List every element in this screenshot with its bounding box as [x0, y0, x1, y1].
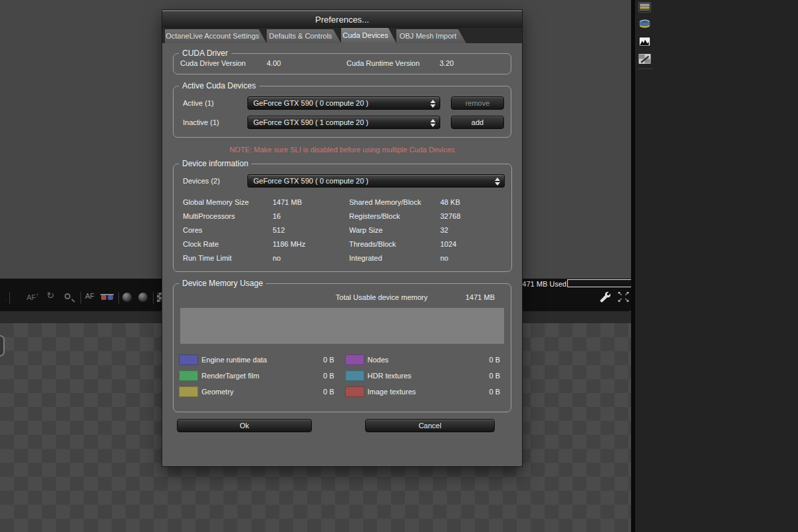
ok-button[interactable]: Ok [177, 419, 312, 432]
wrench-icon[interactable] [598, 291, 610, 303]
engine-runtime-swatch [179, 354, 198, 365]
memory-legend: Engine runtime data 0 B RenderTarget fil… [174, 344, 511, 412]
devices-label: Devices (2) [183, 177, 247, 185]
stat-value: no [440, 254, 511, 262]
stat-label: Run Time Limit [183, 254, 273, 262]
inactive-device-select[interactable]: GeForce GTX 590 ( 1 compute 20 ) [247, 116, 440, 129]
stat-value: no [273, 254, 349, 262]
stat-label: Integrated [349, 254, 440, 262]
cuda-driver-section: CUDA Driver Cuda Driver Version 4.00 Cud… [173, 49, 511, 74]
stat-value: 1186 MHz [273, 240, 349, 248]
legend-item: Engine runtime data 0 B [179, 354, 334, 365]
runtime-version-value: 3.20 [440, 59, 511, 67]
memory-usage-bar [180, 308, 504, 344]
panel-edge [631, 0, 635, 532]
sli-note: NOTE: Make sure SLI is disabled before u… [173, 146, 511, 154]
af-point-icon[interactable]: AF↑ [27, 292, 39, 301]
device-information-section: Device information Devices (2) GeForce G… [173, 159, 512, 272]
runtime-version-label: Cuda Runtime Version [346, 59, 440, 67]
stat-value: 512 [273, 226, 349, 234]
device-information-legend: Device information [179, 159, 251, 168]
stat-value: 1471 MB [273, 198, 349, 206]
stat-label: Shared Memory/Block [349, 198, 440, 206]
legend-item: RenderTarget film 0 B [179, 370, 334, 381]
cancel-button[interactable]: Cancel [365, 419, 495, 432]
tabstrip: OctaneLive Account Settings Defaults & C… [162, 28, 522, 43]
database-icon[interactable] [638, 18, 651, 31]
remove-button[interactable]: remove [451, 96, 504, 110]
stat-label: Warp Size [349, 226, 440, 234]
preferences-dialog: Preferences... OctaneLive Account Settin… [162, 9, 523, 467]
active-device-select[interactable]: GeForce GTX 590 ( 0 compute 20 ) [247, 96, 440, 110]
driver-version-label: Cuda Driver Version [180, 59, 267, 67]
device-stats: Global Memory Size 1471 MB Shared Memory… [174, 188, 511, 271]
dot-icon: . [5, 295, 6, 301]
memory-progress-bar [567, 279, 634, 287]
total-usable-label: Total Usable device memory [336, 293, 428, 301]
stat-label: Global Memory Size [183, 198, 273, 206]
stat-label: MultiProcessors [183, 212, 273, 220]
stat-value: 16 [273, 212, 349, 220]
image-textures-swatch [345, 386, 364, 397]
right-sidebar [635, 0, 798, 532]
spinner-arrows-icon [430, 100, 436, 108]
stat-value: 32 [440, 226, 511, 234]
stat-label: Threads/Block [349, 240, 440, 248]
hdr-textures-swatch [345, 370, 364, 381]
framebuffer-icon[interactable] [638, 1, 651, 14]
tab-octanelive-account-settings[interactable]: OctaneLive Account Settings [165, 29, 267, 43]
stereo-glasses-icon[interactable] [100, 294, 114, 301]
tab-cuda-devices[interactable]: Cuda Devices [341, 28, 396, 43]
dialog-body: CUDA Driver Cuda Driver Version 4.00 Cud… [162, 43, 522, 432]
geometry-swatch [179, 386, 198, 397]
device-memory-usage-section: Device Memory Usage Total Usable device … [173, 279, 511, 412]
spinner-arrows-icon [430, 119, 436, 127]
image-alpha-icon[interactable] [638, 53, 651, 65]
tab-defaults-controls[interactable]: Defaults & Controls [267, 29, 341, 43]
add-button[interactable]: add [451, 116, 504, 129]
memory-status-text: /1471 MB Used [516, 280, 567, 288]
stat-label: Cores [183, 226, 273, 234]
stat-value: 32768 [440, 212, 511, 220]
cuda-driver-legend: CUDA Driver [179, 49, 231, 58]
total-usable-value: 1471 MB [466, 293, 495, 301]
orb-icon[interactable] [122, 293, 132, 302]
nodes-swatch [345, 354, 364, 365]
legend-item: Image textures 0 B [345, 386, 501, 397]
stat-value: 48 KB [440, 198, 511, 206]
dialog-titlebar[interactable]: Preferences... [162, 10, 522, 28]
legend-item: Geometry 0 B [179, 386, 334, 397]
expand-icon[interactable]: ↖↗↙↘ [617, 290, 632, 305]
device-memory-usage-legend: Device Memory Usage [179, 279, 266, 288]
rotate-view-icon[interactable]: ↻ [47, 290, 55, 301]
tab-obj-mesh-import[interactable]: OBJ Mesh Import [396, 29, 466, 43]
active-cuda-devices-legend: Active Cuda Devices [179, 81, 259, 90]
legend-item: Nodes 0 B [345, 354, 501, 365]
left-panel-stub [0, 335, 5, 356]
sidebar-divider [638, 68, 653, 69]
af-icon[interactable]: AF [85, 292, 94, 300]
stat-value: 1024 [440, 240, 511, 248]
zoom-region-icon[interactable] [65, 293, 70, 299]
orb-icon[interactable] [138, 293, 148, 302]
active-cuda-devices-section: Active Cuda Devices Active (1) GeForce G… [173, 81, 511, 138]
inactive-label: Inactive (1) [183, 118, 247, 126]
stat-label: Registers/Block [349, 212, 440, 220]
device-info-select[interactable]: GeForce GTX 590 ( 0 compute 20 ) [247, 174, 505, 188]
spinner-arrows-icon [495, 178, 500, 186]
rendertarget-swatch [179, 370, 198, 381]
driver-version-value: 4.00 [267, 59, 346, 67]
legend-item: HDR textures 0 B [345, 370, 501, 381]
app-root: /1471 MB Used . AF↑ ↻ AF ↖↗↙↘ [0, 0, 798, 532]
stat-label: Clock Rate [183, 240, 273, 248]
active-label: Active (1) [183, 99, 247, 107]
image-histogram-icon[interactable] [638, 35, 651, 48]
